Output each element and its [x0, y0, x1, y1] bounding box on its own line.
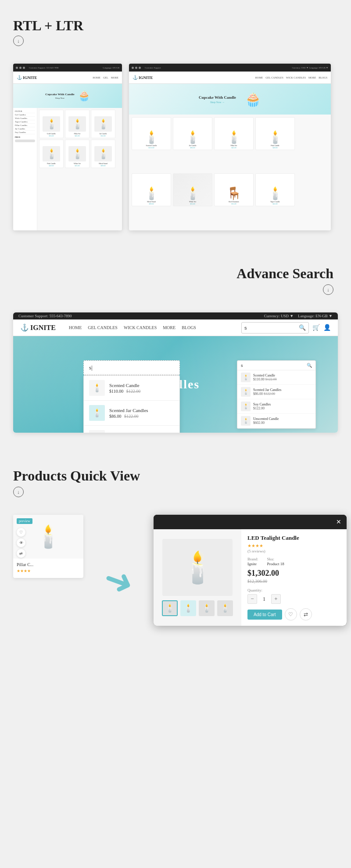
- product-card-name: Pillar C...: [17, 562, 80, 567]
- rtl-nav-more: MORE: [308, 76, 316, 79]
- topbar-lang: Language: EN-GB: [103, 67, 119, 69]
- sidebar-category-1: FILTER: [15, 110, 35, 113]
- user-icon[interactable]: 👤: [323, 324, 331, 331]
- qty-decrease-button[interactable]: −: [247, 594, 257, 604]
- rtl-product-img-4: 🕯️: [268, 130, 283, 144]
- modal-compare-button[interactable]: ⇄: [300, 608, 312, 621]
- product-price-1: $56.00: [49, 135, 54, 137]
- modal-brand-meta: Brand: Ignite: [247, 557, 258, 566]
- mini-result-thumb-1: 🕯️: [241, 373, 251, 382]
- search-down-arrow-icon: ↓: [327, 287, 330, 292]
- rtl-brand-name: IGNITE: [139, 75, 153, 80]
- product-img-3: 🕯️: [94, 116, 112, 132]
- mini-search-icon[interactable]: 🔍: [307, 363, 312, 368]
- product-price-2: $45.00: [75, 135, 80, 137]
- modal-wishlist-button[interactable]: ♡: [285, 608, 297, 621]
- ltr-product-grid: 🕯️ Gold Candle $56.00 🕯️ Pillar Set $45.…: [37, 108, 122, 230]
- mini-search-results-right: 🔍 🕯️ Scented Candle $110.00 $122.00 🕯️ S…: [237, 360, 316, 429]
- result-name-2: Scented Jar Candles: [109, 408, 174, 413]
- search-brand: IGNITE: [30, 324, 56, 332]
- cart-icon[interactable]: 🛒: [312, 324, 320, 331]
- rtl-down-arrow-icon: ↓: [17, 38, 20, 43]
- search-logo: ⚓ IGNITE: [20, 323, 56, 332]
- rtl-screenshot: Customer Support Currency: USD ▼ Languag…: [129, 64, 331, 230]
- product-price-6: $89.00: [101, 165, 106, 167]
- modal-sku-label: Sku:: [267, 557, 284, 561]
- rtl-topbar-dot-3: [139, 67, 141, 69]
- main-search-input-box[interactable]: s|: [83, 360, 180, 375]
- language-selector[interactable]: Language: EN-GB ▼: [298, 314, 333, 318]
- modal-thumb-1[interactable]: 🕯️: [162, 600, 178, 616]
- search-browser-header: ⚓ IGNITE HOME GEL CANDLES WICK CANDLES M…: [13, 319, 338, 336]
- search-result-1[interactable]: 🕯️ Scented Candle $110.00 $122.00: [84, 376, 179, 401]
- rtl-topbar-dot-1: [132, 67, 134, 69]
- product-price-4: $28.00: [49, 165, 54, 167]
- mini-search-input[interactable]: [241, 363, 305, 368]
- rtl-product-8: 🕯️ Taper Candle $22.00: [255, 173, 295, 206]
- result-info-1: Scented Candle $110.00 $122.00: [109, 383, 174, 394]
- modal-stars: ★★★★: [247, 543, 340, 548]
- quickview-section: Products Quick View ↓ preview ♡ 👁 ⇄ 🕯️ P…: [0, 459, 351, 648]
- mini-result-thumb-4: 🕯️: [241, 416, 251, 426]
- rtl-product-price-6: $35.00: [190, 203, 195, 205]
- nav-gel: GEL: [103, 76, 108, 79]
- rtl-hero-image: 🧁: [245, 92, 261, 107]
- main-search-query: s|: [89, 364, 93, 371]
- rtl-product-price-4: $28.00: [273, 147, 278, 149]
- rtl-header: ⚓ IGNITE HOME GEL CANDLES WICK CANDLES M…: [129, 72, 331, 84]
- mini-result-thumb-2: 🕯️: [241, 387, 251, 397]
- search-down-arrow-circle: ↓: [323, 284, 333, 295]
- rtl-product-grid: 🕯️ Scented Candle $110.00 🕯️ Jar Candle …: [129, 115, 331, 230]
- search-section-header: Advance Search ↓: [13, 265, 338, 304]
- result-price-2: $86.00 $122.00: [109, 414, 174, 419]
- search-nav: HOME GEL CANDLES WICK CANDLES MORE BLOGS: [69, 325, 196, 330]
- mini-result-info-1: Scented Candle $110.00 $122.00: [253, 373, 277, 381]
- rtl-topbar: Customer Support Currency: USD ▼ Languag…: [129, 64, 331, 72]
- product-card-stars: ★★★★: [17, 569, 80, 573]
- header-search-icon[interactable]: 🔍: [299, 324, 306, 331]
- nav-more: MORE: [111, 76, 118, 79]
- modal-action-buttons: Add to Cart ♡ ⇄: [247, 608, 340, 621]
- modal-review-count: (5 reviews): [247, 549, 340, 553]
- modal-info-column: LED Tealight Candle ★★★★ (5 reviews) Bra…: [241, 529, 347, 626]
- rtl-topbar-currency: Currency: USD ▼ Language: EN-GB ▼: [292, 67, 328, 69]
- modal-images-column: 🕯️ 🕯️ 🕯️ 🕯️ 🕯️: [154, 529, 241, 626]
- modal-body: 🕯️ 🕯️ 🕯️ 🕯️ 🕯️ LED Tealight Candle ★★★★ …: [154, 529, 347, 626]
- quickview-action-btn[interactable]: 👁: [17, 538, 25, 547]
- ltr-body: FILTER Gel Candles Wick Candles Taper Ca…: [13, 108, 122, 230]
- quickview-title: Products Quick View: [13, 468, 338, 484]
- product-price-5: $35.00: [75, 165, 80, 167]
- rtl-nav-wick: WICK CANDLES: [286, 76, 306, 79]
- rtl-topbar-url: Customer Support: [145, 67, 161, 69]
- topbar-dot-3: [23, 67, 25, 69]
- ltr-hero-text: Cupcake With Candle Shop Now: [45, 93, 74, 99]
- rtl-product-img-8: 🕯️: [268, 186, 283, 201]
- search-result-3[interactable]: 🕯️ Soy Candles $122.00: [84, 426, 179, 433]
- modal-thumb-4[interactable]: 🕯️: [217, 600, 233, 616]
- sidebar-category-5: Pillar Candles: [15, 124, 35, 127]
- header-search-input[interactable]: [244, 325, 297, 330]
- rtl-nav: HOME GEL CANDLES WICK CANDLES MORE BLOGS: [255, 76, 327, 79]
- currency-bar: Customer Support: 555-643-7890 Currency:…: [13, 312, 338, 319]
- search-result-2[interactable]: 🕯️ Scented Jar Candles $86.00 $122.00: [84, 401, 179, 426]
- modal-close-button[interactable]: ✕: [336, 518, 341, 526]
- quickview-down-arrow-icon: ↓: [17, 489, 20, 495]
- mini-result-price-4: $602.00: [253, 421, 279, 425]
- currency-selector[interactable]: Currency: USD ▼: [264, 314, 294, 318]
- product-card-info: Pillar C... ★★★★: [13, 559, 83, 578]
- rtl-hero-title: Cupcake With Candle: [199, 95, 236, 100]
- compare-action-btn[interactable]: ⇄: [17, 549, 25, 558]
- rtl-anchor-icon: ⚓: [133, 75, 138, 80]
- add-to-cart-button[interactable]: Add to Cart: [247, 610, 282, 620]
- wishlist-action-btn[interactable]: ♡: [17, 528, 25, 537]
- modal-thumb-2[interactable]: 🕯️: [180, 600, 196, 616]
- modal-thumb-3[interactable]: 🕯️: [199, 600, 215, 616]
- modal-brand-label: Brand:: [247, 557, 258, 561]
- qty-increase-button[interactable]: +: [271, 594, 281, 604]
- header-search-bar[interactable]: 🔍: [241, 322, 309, 334]
- rtl-nav-gel: GEL CANDLES: [265, 76, 283, 79]
- rtl-product-2: 🕯️ Jar Candle $86.00: [173, 117, 212, 150]
- search-anchor-icon: ⚓: [20, 323, 29, 332]
- mini-result-price-2: $86.00 $122.00: [253, 392, 281, 396]
- brand-name: IGNITE: [23, 75, 37, 80]
